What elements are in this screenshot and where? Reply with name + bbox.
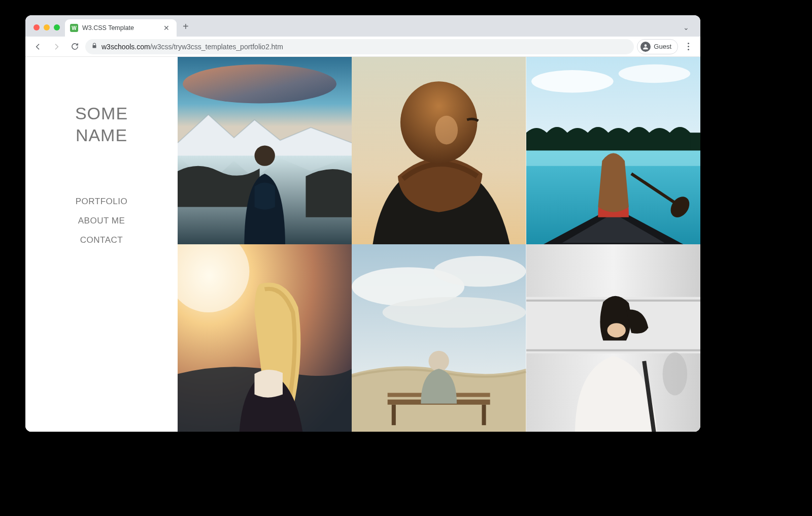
maximize-window-icon[interactable] — [54, 24, 60, 30]
tab-strip: W W3.CSS Template ✕ + ⌄ — [25, 15, 700, 37]
window-controls — [30, 24, 65, 37]
brand-line2: NAME — [25, 124, 178, 146]
svg-rect-29 — [526, 349, 700, 351]
minimize-window-icon[interactable] — [44, 24, 50, 30]
svg-point-8 — [531, 70, 614, 92]
browser-window: W W3.CSS Template ✕ + ⌄ w3schools.com/w3… — [25, 15, 700, 432]
portfolio-grid — [178, 57, 700, 432]
favicon-icon: W — [70, 24, 78, 32]
tabs-overflow-icon[interactable]: ⌄ — [677, 23, 695, 37]
url-text: w3schools.com/w3css/tryw3css_templates_p… — [101, 43, 283, 51]
nav-portfolio[interactable]: PORTFOLIO — [25, 197, 178, 207]
portfolio-tile-1[interactable] — [178, 57, 352, 244]
forward-button[interactable] — [49, 39, 64, 54]
sidebar: SOME NAME PORTFOLIO ABOUT ME CONTACT — [25, 57, 178, 432]
svg-point-9 — [618, 64, 690, 83]
svg-point-1 — [183, 64, 336, 104]
svg-point-20 — [383, 297, 526, 328]
back-button[interactable] — [30, 39, 46, 54]
nav-list: PORTFOLIO ABOUT ME CONTACT — [25, 197, 178, 245]
page-viewport: SOME NAME PORTFOLIO ABOUT ME CONTACT — [25, 57, 700, 432]
nav-about-me[interactable]: ABOUT ME — [25, 216, 178, 226]
portfolio-tile-4[interactable] — [178, 244, 352, 432]
brand-line1: SOME — [25, 103, 178, 124]
toolbar: w3schools.com/w3css/tryw3css_templates_p… — [25, 37, 700, 57]
site-brand[interactable]: SOME NAME — [25, 103, 178, 146]
svg-point-25 — [429, 351, 449, 371]
svg-point-6 — [435, 116, 458, 145]
svg-rect-23 — [392, 405, 396, 425]
close-window-icon[interactable] — [33, 24, 40, 30]
svg-point-30 — [662, 352, 687, 396]
menu-button[interactable] — [681, 43, 695, 50]
portfolio-tile-6[interactable] — [526, 244, 700, 432]
tab-close-icon[interactable]: ✕ — [161, 23, 172, 33]
address-bar[interactable]: w3schools.com/w3css/tryw3css_templates_p… — [85, 39, 634, 54]
tab-title: W3.CSS Template — [82, 24, 157, 31]
svg-rect-24 — [482, 405, 486, 425]
browser-tab[interactable]: W W3.CSS Template ✕ — [65, 19, 177, 37]
avatar-icon — [640, 42, 651, 52]
url-host: w3schools.com — [101, 43, 150, 51]
portfolio-tile-2[interactable] — [352, 57, 526, 244]
url-path: /w3css/tryw3css_templates_portfolio2.htm — [150, 43, 283, 51]
svg-point-31 — [607, 323, 625, 337]
portfolio-tile-3[interactable] — [526, 57, 700, 244]
portfolio-tile-5[interactable] — [352, 244, 526, 432]
profile-button[interactable]: Guest — [637, 39, 678, 54]
new-tab-button[interactable]: + — [177, 21, 195, 37]
svg-point-3 — [254, 145, 275, 166]
svg-point-19 — [434, 256, 526, 287]
reload-button[interactable] — [67, 39, 82, 54]
nav-contact[interactable]: CONTACT — [25, 235, 178, 245]
lock-icon — [91, 43, 97, 50]
profile-label: Guest — [654, 43, 671, 50]
